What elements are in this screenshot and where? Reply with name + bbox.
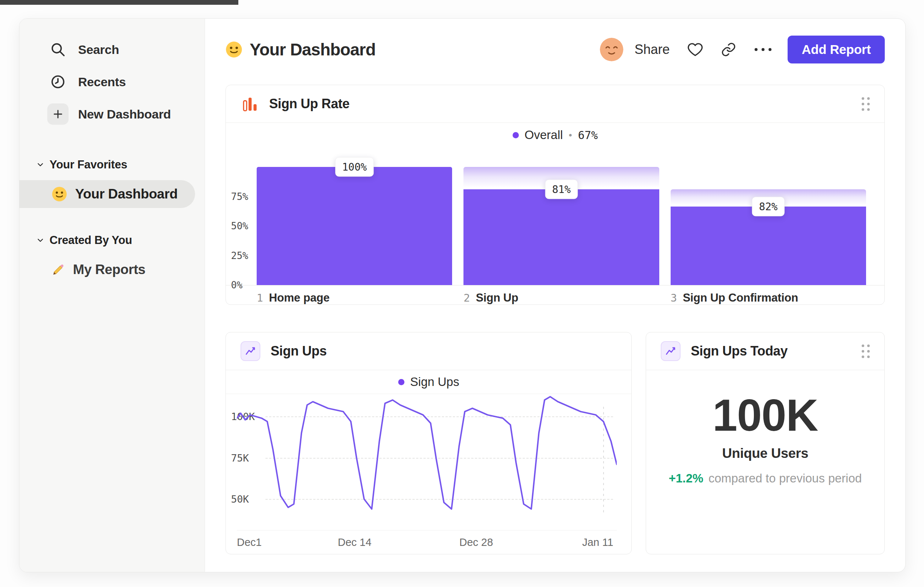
smiley-emoji-icon: [226, 41, 243, 58]
funnel-value-pill: 81%: [545, 180, 578, 199]
step-name: Sign Up Confirmation: [683, 291, 798, 304]
sidebar-item-your-dashboard[interactable]: Your Dashboard: [20, 180, 195, 208]
sidebar-item-label: Search: [78, 43, 119, 57]
funnel-bar-sign-up[interactable]: 81%: [464, 167, 659, 285]
step-name: Sign Up: [476, 291, 518, 304]
share-button[interactable]: Share: [634, 42, 670, 57]
card-title: Sign Ups: [271, 343, 327, 359]
funnel-bar-solid: [464, 189, 659, 285]
funnel-step-label: 3 Sign Up Confirmation: [671, 291, 866, 304]
legend-dot: [398, 379, 404, 385]
sidebar: Search Recents New Dashboard Your Favori…: [20, 19, 205, 572]
sign-ups-line-svg: [237, 394, 617, 530]
dashboard-header: Your Dashboard Share Add Report: [226, 19, 885, 80]
step-name: Home page: [269, 291, 329, 304]
plus-icon: [47, 103, 69, 125]
sidebar-item-recents[interactable]: Recents: [20, 66, 205, 98]
sidebar-item-new-dashboard[interactable]: New Dashboard: [20, 98, 205, 130]
section-created-by-you[interactable]: Created By You: [20, 231, 205, 249]
legend-value: 67%: [578, 129, 598, 142]
metric-delta-row: +1.2% compared to previous period: [669, 471, 862, 485]
funnel-plot: 75% 50% 25% 0% 100%: [226, 147, 884, 285]
screenshot-artifact-bar: [0, 0, 238, 5]
step-index: 3: [671, 292, 677, 304]
y-tick: 0%: [231, 279, 243, 291]
x-tick: Dec 14: [338, 536, 371, 549]
search-icon: [47, 39, 69, 60]
y-tick: 75%: [231, 191, 248, 202]
delta-value: +1.2%: [669, 471, 704, 485]
sidebar-item-label: Your Dashboard: [75, 186, 177, 202]
funnel-bar-solid: [257, 167, 452, 285]
y-tick: 25%: [231, 250, 248, 261]
clock-icon: [47, 71, 69, 93]
funnel-value-pill: 82%: [752, 197, 785, 217]
card-title: Sign Ups Today: [691, 343, 788, 359]
sidebar-item-label: New Dashboard: [78, 107, 171, 121]
legend-name: Overall: [525, 128, 563, 142]
card-header: Sign Up Rate: [226, 85, 884, 123]
sign-ups-today-card: Sign Ups Today 100K Unique Users +1.2% c…: [646, 332, 885, 554]
funnel-chart-icon: [241, 95, 259, 113]
funnel-step-label: 1 Home page: [257, 291, 452, 304]
sidebar-item-search[interactable]: Search: [20, 33, 205, 66]
metric-label: Unique Users: [722, 446, 808, 461]
add-report-button[interactable]: Add Report: [788, 36, 885, 63]
more-options-icon[interactable]: [755, 48, 771, 51]
delta-note: compared to previous period: [708, 471, 862, 485]
cards-row: Sign Ups Sign Ups 100K 75K 50K: [226, 332, 885, 554]
chevron-down-icon: [36, 160, 45, 169]
line-legend: Sign Ups: [226, 370, 631, 394]
line-chart-icon: [241, 341, 260, 361]
smiley-emoji-icon: [52, 186, 67, 202]
x-tick: Dec 28: [459, 536, 493, 549]
metric-body: 100K Unique Users +1.2% compared to prev…: [646, 370, 884, 554]
section-your-favorites[interactable]: Your Favorites: [20, 156, 205, 174]
funnel-step-label: 2 Sign Up: [464, 291, 659, 304]
page-title-group: Your Dashboard: [226, 40, 375, 60]
x-tick: Dec1: [237, 536, 262, 549]
step-index: 2: [464, 292, 470, 304]
y-tick: 50%: [231, 220, 248, 231]
legend-separator: •: [569, 129, 572, 141]
funnel-bar-sign-up-confirmation[interactable]: 82%: [671, 167, 866, 285]
funnel-y-axis: 75% 50% 25% 0%: [231, 167, 257, 285]
line-chart-icon: [661, 341, 681, 361]
sidebar-item-label: My Reports: [73, 262, 145, 277]
metric-value: 100K: [713, 393, 818, 438]
section-title: Created By You: [50, 234, 132, 247]
drag-handle-icon[interactable]: [862, 97, 870, 111]
funnel-value-pill: 100%: [335, 157, 374, 177]
screen: Search Recents New Dashboard Your Favori…: [0, 0, 924, 587]
section-title: Your Favorites: [50, 158, 127, 171]
heart-icon[interactable]: [687, 41, 703, 58]
chevron-down-icon: [36, 236, 45, 245]
funnel-bar-home-page[interactable]: 100%: [257, 167, 452, 285]
funnel-step-labels: 1 Home page 2 Sign Up 3 Sign Up Confirma…: [226, 285, 884, 304]
user-avatar[interactable]: [600, 38, 623, 61]
legend-dot: [513, 132, 519, 138]
pencil-icon: [51, 262, 66, 277]
app-window: Search Recents New Dashboard Your Favori…: [19, 18, 906, 572]
line-chart-plot: 100K 75K 50K: [230, 394, 617, 530]
funnel-legend: Overall • 67%: [226, 123, 884, 147]
sign-ups-card: Sign Ups Sign Ups 100K 75K 50K: [226, 332, 632, 554]
step-index: 1: [257, 292, 263, 304]
sidebar-item-label: Recents: [78, 75, 126, 89]
card-header: Sign Ups: [226, 332, 631, 370]
card-header: Sign Ups Today: [646, 332, 884, 370]
sidebar-item-my-reports[interactable]: My Reports: [20, 259, 205, 281]
drag-handle-icon[interactable]: [862, 344, 870, 358]
sign-up-rate-card: Sign Up Rate Overall • 67% 75% 50% 25% 0…: [226, 85, 885, 305]
main-content: Your Dashboard Share Add Report: [205, 19, 905, 572]
legend-name: Sign Ups: [410, 375, 459, 389]
funnel-bar-solid: [671, 207, 866, 285]
link-icon[interactable]: [721, 42, 736, 57]
page-title: Your Dashboard: [250, 40, 375, 60]
card-title: Sign Up Rate: [269, 96, 350, 112]
x-tick: Jan 11: [582, 536, 614, 549]
line-x-axis: Dec1 Dec 14 Dec 28 Jan 11: [237, 530, 617, 554]
